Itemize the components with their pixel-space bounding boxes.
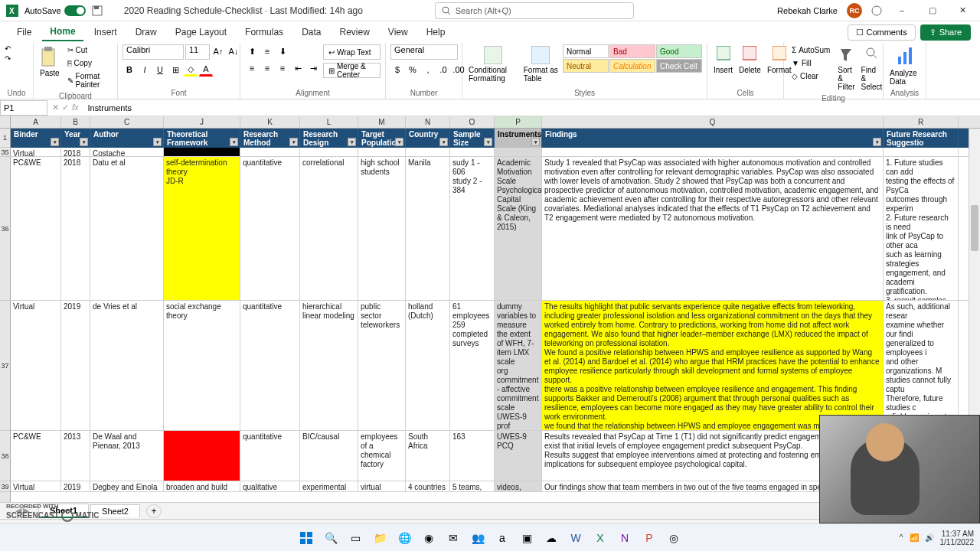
- conditional-formatting-button[interactable]: Conditional Formatting: [467, 44, 519, 84]
- fx-icon[interactable]: fx: [72, 103, 79, 112]
- add-sheet-button[interactable]: +: [146, 504, 162, 518]
- name-box[interactable]: P1: [0, 100, 47, 116]
- find-select-button[interactable]: Find & Select: [860, 44, 884, 93]
- autosave-toggle[interactable]: [64, 5, 86, 16]
- user-name[interactable]: Rebekah Clarke: [777, 6, 838, 15]
- style-normal[interactable]: Normal: [563, 44, 609, 58]
- font-color-button[interactable]: A: [199, 63, 213, 77]
- filter-header-year[interactable]: Year▾: [61, 129, 90, 148]
- filter-header-framework[interactable]: Theoretical Framework▾: [164, 129, 240, 148]
- filter-header-future[interactable]: Future Research Suggestio: [884, 129, 959, 148]
- col-header-N[interactable]: N: [406, 116, 450, 128]
- tab-page-layout[interactable]: Page Layout: [168, 24, 234, 41]
- powerpoint-icon[interactable]: P: [639, 528, 659, 548]
- indent-dec-button[interactable]: ⇤: [291, 61, 305, 75]
- share-button[interactable]: ⇪ Share: [920, 24, 971, 41]
- excel-taskbar-icon[interactable]: X: [590, 528, 610, 548]
- fill-button[interactable]: ▼ Fill: [789, 57, 833, 69]
- teams-icon[interactable]: 👥: [468, 528, 488, 548]
- filter-header-method[interactable]: Research Method▾: [240, 129, 300, 148]
- formula-bar[interactable]: Instruments: [83, 103, 980, 112]
- align-middle-button[interactable]: ≡: [260, 44, 274, 58]
- format-as-table-button[interactable]: Format as Table: [522, 44, 560, 84]
- search-input[interactable]: Search (Alt+Q): [435, 2, 634, 19]
- filter-header-design[interactable]: Research Design▾: [300, 129, 358, 148]
- insert-cells-button[interactable]: Insert: [712, 44, 734, 76]
- col-header-A[interactable]: A: [11, 116, 61, 128]
- row-header-1[interactable]: 1: [0, 129, 10, 148]
- inc-decimal-button[interactable]: .0: [436, 63, 450, 77]
- col-header-R[interactable]: R: [884, 116, 959, 128]
- close-button[interactable]: ✕: [952, 3, 974, 18]
- col-header-O[interactable]: O: [450, 116, 495, 128]
- align-bottom-button[interactable]: ⬇: [276, 44, 289, 58]
- filter-header-findings[interactable]: Findings▾: [542, 129, 884, 148]
- chrome-icon[interactable]: ◉: [419, 528, 439, 548]
- copy-button[interactable]: ⎘ Copy: [64, 57, 113, 69]
- app2-icon[interactable]: ◎: [664, 528, 684, 548]
- tab-insert[interactable]: Insert: [87, 24, 125, 41]
- enter-formula-icon[interactable]: ✓: [62, 103, 69, 112]
- filter-header-sample[interactable]: Sample Size▾: [450, 129, 495, 148]
- filter-drop-icon[interactable]: ▾: [51, 138, 59, 146]
- filter-header-binder[interactable]: Binder▾: [11, 129, 61, 148]
- row-header-35[interactable]: 35: [0, 148, 10, 157]
- font-size-select[interactable]: 11: [185, 44, 210, 60]
- user-avatar[interactable]: RC: [847, 3, 862, 18]
- minimize-button[interactable]: −: [891, 3, 913, 18]
- tab-data[interactable]: Data: [294, 24, 328, 41]
- tab-help[interactable]: Help: [419, 24, 453, 41]
- undo-button[interactable]: ↶: [5, 44, 11, 53]
- autosum-button[interactable]: Σ AutoSum: [789, 44, 833, 56]
- style-check-cell[interactable]: Check Cell: [656, 59, 702, 73]
- merge-center-button[interactable]: ⊞ Merge & Center: [323, 63, 381, 78]
- tab-draw[interactable]: Draw: [128, 24, 165, 41]
- maximize-button[interactable]: ▢: [922, 3, 943, 18]
- filter-header-country[interactable]: Country▾: [406, 129, 450, 148]
- tab-formulas[interactable]: Formulas: [237, 24, 291, 41]
- align-right-button[interactable]: ≡: [276, 61, 289, 75]
- percent-button[interactable]: %: [406, 63, 420, 77]
- italic-button[interactable]: I: [138, 63, 152, 77]
- underline-button[interactable]: U: [153, 63, 167, 77]
- word-icon[interactable]: W: [566, 528, 586, 548]
- volume-icon[interactable]: 🔊: [925, 533, 934, 542]
- style-calculation[interactable]: Calculation: [609, 59, 655, 73]
- col-header-Q[interactable]: Q: [542, 116, 884, 128]
- row-header-37[interactable]: 37: [0, 301, 10, 431]
- align-left-button[interactable]: ≡: [245, 61, 259, 75]
- col-header-L[interactable]: L: [300, 116, 358, 128]
- cut-button[interactable]: ✂ Cut: [64, 44, 113, 56]
- comments-button[interactable]: ☐ Comments: [848, 24, 915, 41]
- col-header-J[interactable]: J: [164, 116, 240, 128]
- increase-font-button[interactable]: A↑: [211, 44, 225, 58]
- system-clock[interactable]: 11:37 AM 1/11/2022: [940, 530, 975, 546]
- col-header-K[interactable]: K: [240, 116, 300, 128]
- cancel-formula-icon[interactable]: ✕: [52, 103, 59, 112]
- tab-home[interactable]: Home: [42, 23, 83, 41]
- tab-review[interactable]: Review: [332, 24, 377, 41]
- row-header-36[interactable]: 36: [0, 157, 10, 301]
- delete-cells-button[interactable]: Delete: [737, 44, 763, 76]
- clear-button[interactable]: ◇ Clear: [789, 70, 833, 82]
- col-header-P[interactable]: P: [495, 116, 542, 128]
- tray-up-icon[interactable]: ^: [900, 533, 903, 542]
- number-format-select[interactable]: General: [390, 44, 458, 60]
- row-header-38[interactable]: 38: [0, 431, 10, 481]
- style-neutral[interactable]: Neutral: [563, 59, 609, 73]
- filter-header-author[interactable]: Author▾: [90, 129, 164, 148]
- onenote-icon[interactable]: N: [615, 528, 635, 548]
- select-all-corner[interactable]: [0, 116, 11, 128]
- col-header-C[interactable]: C: [90, 116, 164, 128]
- style-good[interactable]: Good: [656, 44, 702, 58]
- explorer-icon[interactable]: 📁: [370, 528, 390, 548]
- start-button[interactable]: [296, 528, 316, 548]
- align-center-button[interactable]: ≡: [260, 61, 274, 75]
- currency-button[interactable]: $: [390, 63, 404, 77]
- taskbar-search-icon[interactable]: 🔍: [321, 528, 341, 548]
- border-button[interactable]: ⊞: [168, 63, 182, 77]
- decrease-font-button[interactable]: A↓: [227, 44, 240, 58]
- align-top-button[interactable]: ⬆: [245, 44, 259, 58]
- mail-icon[interactable]: ✉: [443, 528, 463, 548]
- redo-button[interactable]: ↷: [5, 54, 11, 63]
